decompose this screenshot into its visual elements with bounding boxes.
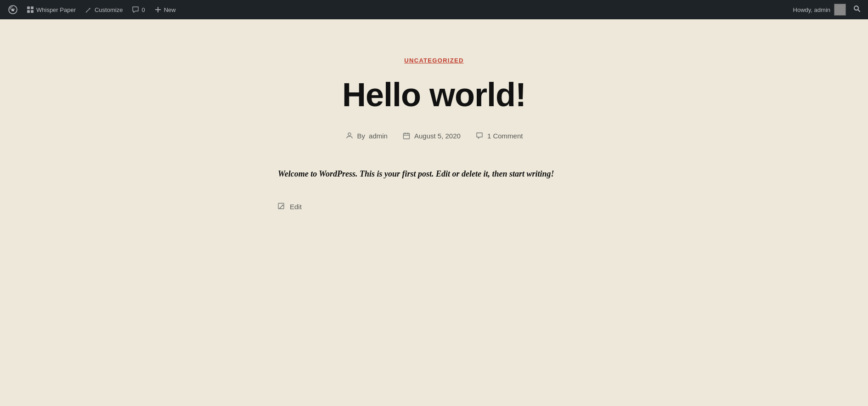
- author-name[interactable]: admin: [369, 132, 388, 140]
- calendar-icon: [402, 132, 411, 140]
- avatar[interactable]: [834, 4, 846, 16]
- post-date-meta: August 5, 2020: [402, 132, 461, 140]
- admin-bar-left: W Whisper Paper: [4, 0, 793, 19]
- search-icon[interactable]: [850, 5, 864, 14]
- svg-rect-6: [31, 10, 34, 13]
- edit-label: Edit: [290, 203, 302, 211]
- svg-line-7: [86, 8, 90, 12]
- howdy-text: Howdy, admin: [793, 6, 830, 13]
- svg-line-20: [280, 205, 283, 208]
- post-category[interactable]: UNCATEGORIZED: [404, 57, 463, 64]
- svg-text:W: W: [11, 8, 15, 12]
- svg-rect-3: [27, 6, 30, 9]
- post-container: UNCATEGORIZED Hello world! By admin: [278, 56, 590, 369]
- svg-point-11: [854, 6, 858, 10]
- site-name-button[interactable]: Whisper Paper: [22, 0, 80, 19]
- wordpress-logo-icon: W: [8, 5, 17, 14]
- plus-icon: [154, 6, 162, 13]
- author-icon: [345, 132, 354, 140]
- svg-line-12: [858, 10, 860, 12]
- site-name-label: Whisper Paper: [36, 6, 76, 13]
- main-content: UNCATEGORIZED Hello world! By admin: [0, 19, 868, 406]
- post-meta: By admin August 5, 2020: [278, 132, 590, 140]
- edit-post-link[interactable]: Edit: [278, 203, 590, 211]
- svg-rect-4: [31, 6, 34, 9]
- post-content: Welcome to WordPress. This is your first…: [278, 167, 590, 181]
- post-comments-count[interactable]: 1 Comment: [487, 132, 523, 140]
- svg-line-8: [86, 11, 87, 12]
- svg-rect-14: [403, 133, 409, 139]
- admin-bar: W Whisper Paper: [0, 0, 868, 19]
- comments-icon: [132, 6, 139, 13]
- svg-point-13: [348, 133, 351, 136]
- customize-button[interactable]: Customize: [80, 0, 127, 19]
- author-prefix: By: [357, 132, 366, 140]
- new-label: New: [164, 6, 176, 13]
- comments-count: 0: [141, 6, 145, 13]
- post-comments-meta: 1 Comment: [475, 132, 523, 140]
- dashboard-icon: [27, 6, 34, 13]
- wp-logo-button[interactable]: W: [4, 0, 22, 19]
- comments-button[interactable]: 0: [127, 0, 149, 19]
- new-button[interactable]: New: [150, 0, 180, 19]
- comment-icon: [475, 132, 484, 140]
- customize-icon: [85, 6, 92, 13]
- customize-label: Customize: [95, 6, 123, 13]
- admin-bar-right: Howdy, admin: [793, 4, 864, 16]
- post-date: August 5, 2020: [414, 132, 461, 140]
- post-title: Hello world!: [278, 77, 590, 113]
- svg-rect-5: [27, 10, 30, 13]
- post-author-meta: By admin: [345, 132, 388, 140]
- edit-icon: [278, 203, 286, 211]
- post-body-text: Welcome to WordPress. This is your first…: [278, 167, 590, 181]
